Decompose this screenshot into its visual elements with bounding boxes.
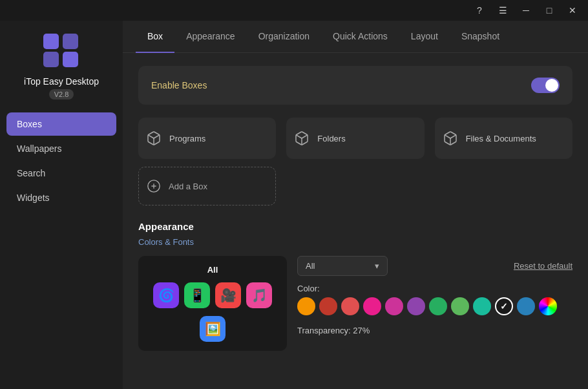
preview-icons: 🌀 📱 🎥 🎵 🖼️ xyxy=(145,282,280,342)
swatch-rainbow[interactable] xyxy=(539,297,557,315)
preview-icon-green: 📱 xyxy=(184,282,210,308)
tab-appearance[interactable]: Appearance xyxy=(174,21,247,53)
swatch-purple[interactable] xyxy=(407,297,425,315)
minimize-button[interactable]: ─ xyxy=(516,1,536,19)
plus-circle-icon xyxy=(147,179,161,193)
help-button[interactable]: ? xyxy=(469,1,490,19)
dropdown-value: All xyxy=(306,261,315,271)
swatch-red-dark[interactable] xyxy=(319,297,337,315)
color-picker-section: Color: xyxy=(297,284,572,315)
swatch-red-medium[interactable] xyxy=(341,297,359,315)
colors-fonts-label: Colors & Fonts xyxy=(138,237,572,247)
programs-label: Programs xyxy=(169,134,205,143)
preview-label: All xyxy=(207,265,218,275)
swatch-teal[interactable] xyxy=(473,297,491,315)
programs-icon xyxy=(146,131,162,146)
maximize-button[interactable]: □ xyxy=(539,1,560,19)
nav-items: Boxes Wallpapers Search Widgets xyxy=(0,112,123,209)
menu-button[interactable]: ☰ xyxy=(492,1,513,19)
folders-icon xyxy=(294,131,310,146)
tab-organization[interactable]: Organization xyxy=(247,21,321,53)
app-logo xyxy=(43,34,79,70)
sidebar-item-widgets[interactable]: Widgets xyxy=(6,186,116,209)
swatch-orange[interactable] xyxy=(297,297,315,315)
programs-button[interactable]: Programs xyxy=(138,118,276,159)
add-box-label: Add a Box xyxy=(169,182,207,191)
swatch-green-dark[interactable] xyxy=(429,297,447,315)
preview-icon-blue: 🖼️ xyxy=(200,316,226,342)
appearance-row: All 🌀 📱 🎥 🎵 xyxy=(138,256,572,351)
color-swatches xyxy=(297,297,572,315)
content-body: Enable Boxes Programs xyxy=(123,53,588,389)
color-label: Color: xyxy=(297,284,572,293)
tab-layout[interactable]: Layout xyxy=(399,21,450,53)
appearance-section: Appearance Colors & Fonts All 🌀 📱 xyxy=(138,221,572,351)
tab-snapshot[interactable]: Snapshot xyxy=(450,21,511,53)
controls-top-row: All ▾ Reset to default xyxy=(297,256,572,276)
swatch-green-light[interactable] xyxy=(451,297,469,315)
enable-boxes-row: Enable Boxes xyxy=(138,66,572,105)
files-button[interactable]: Files & Documents xyxy=(435,118,572,159)
enable-boxes-label: Enable Boxes xyxy=(151,80,207,90)
box-buttons-row: Programs Folders Files xyxy=(138,118,572,159)
all-dropdown[interactable]: All ▾ xyxy=(297,256,388,276)
app-name: iTop Easy Desktop xyxy=(24,76,99,87)
transparency-label: Transparency: 27% xyxy=(297,326,572,335)
swatch-pink-hot[interactable] xyxy=(363,297,381,315)
toggle-knob xyxy=(545,79,558,92)
preview-icon-red: 🎥 xyxy=(215,282,241,308)
main-layout: iTop Easy Desktop V2.8 Boxes Wallpapers … xyxy=(0,21,588,389)
content-area: Box Appearance Organization Quick Action… xyxy=(123,21,588,389)
titlebar: ? ☰ ─ □ ✕ xyxy=(0,0,588,21)
tabs-bar: Box Appearance Organization Quick Action… xyxy=(123,21,588,53)
sidebar-item-boxes[interactable]: Boxes xyxy=(6,112,116,136)
tab-quick-actions[interactable]: Quick Actions xyxy=(321,21,399,53)
swatch-dark-selected[interactable] xyxy=(495,297,513,315)
add-box-button[interactable]: Add a Box xyxy=(138,167,276,205)
folders-label: Folders xyxy=(317,134,345,143)
folders-button[interactable]: Folders xyxy=(286,118,424,159)
app-version: V2.8 xyxy=(49,89,74,100)
sidebar-item-wallpapers[interactable]: Wallpapers xyxy=(6,137,116,160)
appearance-controls: All ▾ Reset to default Color: xyxy=(297,256,572,335)
files-label: Files & Documents xyxy=(466,134,536,143)
swatch-pink-medium[interactable] xyxy=(385,297,403,315)
tab-box[interactable]: Box xyxy=(136,21,174,53)
appearance-title: Appearance xyxy=(138,221,572,232)
chevron-down-icon: ▾ xyxy=(375,261,379,271)
preview-icon-purple: 🌀 xyxy=(153,282,179,308)
reset-to-default-link[interactable]: Reset to default xyxy=(514,261,572,271)
close-button[interactable]: ✕ xyxy=(562,1,583,19)
sidebar-item-search[interactable]: Search xyxy=(6,162,116,185)
preview-icon-pink: 🎵 xyxy=(246,282,272,308)
swatch-blue[interactable] xyxy=(517,297,535,315)
sidebar: iTop Easy Desktop V2.8 Boxes Wallpapers … xyxy=(0,21,123,389)
enable-boxes-toggle[interactable] xyxy=(531,78,560,93)
files-icon xyxy=(443,131,458,146)
appearance-preview: All 🌀 📱 🎥 🎵 xyxy=(138,256,287,351)
